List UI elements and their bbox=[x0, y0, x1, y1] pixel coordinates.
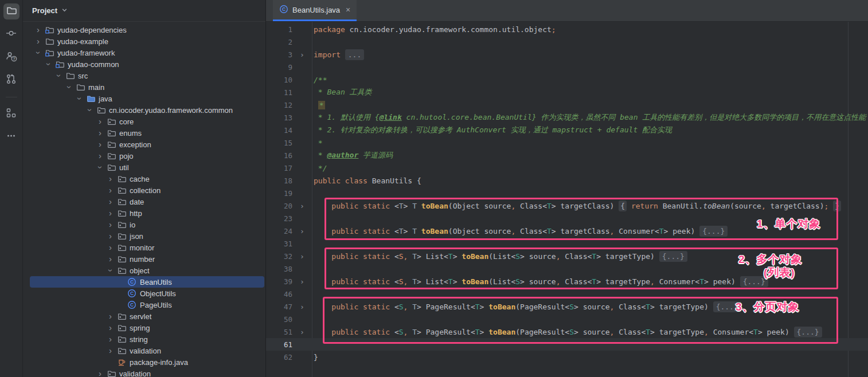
tree-row-enums[interactable]: ›enums bbox=[23, 127, 265, 139]
chevron-collapsed-icon[interactable]: › bbox=[94, 127, 106, 139]
code-line-9[interactable]: 9 bbox=[266, 61, 868, 73]
code-line-16[interactable]: 16 * @author 芋道源码 bbox=[266, 149, 868, 162]
pull-requests-tool-button[interactable] bbox=[3, 72, 19, 88]
tree-row-package-info-java[interactable]: package-info.java bbox=[23, 356, 265, 368]
chevron-collapsed-icon[interactable]: › bbox=[104, 253, 116, 265]
tree-row-pageutils[interactable]: CPageUtils bbox=[23, 299, 265, 311]
code-line-12[interactable]: 12 * bbox=[266, 99, 868, 111]
chevron-collapsed-icon[interactable]: › bbox=[104, 311, 116, 322]
tree-row-spring[interactable]: ›spring bbox=[23, 322, 265, 333]
tree-row-validation[interactable]: ›validation bbox=[23, 345, 265, 356]
tree-row-objectutils[interactable]: CObjectUtils bbox=[23, 288, 265, 299]
chevron-collapsed-icon[interactable]: › bbox=[94, 368, 106, 377]
tree-row-http[interactable]: ›http bbox=[23, 207, 265, 219]
fold-arrow-icon[interactable]: › bbox=[292, 303, 312, 311]
tree-row-number[interactable]: ›number bbox=[23, 253, 265, 265]
structure-tool-button[interactable] bbox=[3, 106, 19, 122]
tree-row-collection[interactable]: ›collection bbox=[23, 184, 265, 196]
tree-row-src[interactable]: ›src bbox=[23, 70, 265, 81]
tree-row-monitor[interactable]: ›monitor bbox=[23, 242, 265, 253]
tree-row-servlet[interactable]: ›servlet bbox=[23, 311, 265, 322]
chevron-collapsed-icon[interactable]: › bbox=[104, 345, 116, 356]
code-line-20[interactable]: 20› public static <T> T toBean(Object so… bbox=[266, 199, 868, 212]
fold-arrow-icon[interactable]: › bbox=[292, 202, 312, 210]
chevron-expanded-icon[interactable]: › bbox=[64, 81, 75, 93]
code-line-3[interactable]: 3›import ... bbox=[266, 48, 868, 61]
tree-row-yudao-example[interactable]: ›yudao-example bbox=[23, 36, 265, 47]
code-line-62[interactable]: 62} bbox=[266, 351, 868, 363]
tree-row-pojo[interactable]: ›pojo bbox=[23, 150, 265, 162]
chevron-collapsed-icon[interactable]: › bbox=[104, 219, 116, 230]
code-line-1[interactable]: 1package cn.iocoder.yudao.framework.comm… bbox=[266, 23, 868, 36]
tab-beanutils-java[interactable]: C BeanUtils.java × bbox=[273, 0, 357, 21]
tree-row-java[interactable]: ›java bbox=[23, 93, 265, 104]
chevron-collapsed-icon[interactable]: › bbox=[32, 36, 44, 47]
tree-row-object[interactable]: ›object bbox=[23, 265, 265, 276]
tree-row-cache[interactable]: ›cache bbox=[23, 173, 265, 184]
code-line-10[interactable]: 10/** bbox=[266, 73, 868, 86]
chevron-expanded-icon[interactable]: › bbox=[74, 93, 85, 105]
close-icon[interactable]: × bbox=[346, 6, 350, 14]
code-line-31[interactable]: 31 bbox=[266, 237, 868, 250]
fold-arrow-icon[interactable]: › bbox=[292, 328, 312, 336]
fold-arrow-icon[interactable]: › bbox=[292, 50, 312, 59]
tree-row-beanutils[interactable]: CBeanUtils bbox=[23, 276, 265, 288]
chevron-expanded-icon[interactable]: › bbox=[84, 104, 96, 116]
chevron-collapsed-icon[interactable]: › bbox=[94, 139, 106, 150]
line-number: 62 bbox=[266, 353, 292, 362]
code-line-18[interactable]: 18public class BeanUtils { bbox=[266, 174, 868, 187]
tree-row-util[interactable]: ›util bbox=[23, 162, 265, 173]
chevron-expanded-icon[interactable]: › bbox=[53, 70, 65, 82]
code-line-19[interactable]: 19 bbox=[266, 187, 868, 199]
commit-tool-button[interactable] bbox=[3, 26, 19, 42]
line-number: 3 bbox=[266, 50, 292, 59]
tree-row-main[interactable]: ›main bbox=[23, 81, 265, 93]
tree-row-date[interactable]: ›date bbox=[23, 196, 265, 207]
tree-row-yudao-framework[interactable]: ›yudao-framework bbox=[23, 47, 265, 58]
chevron-collapsed-icon[interactable]: › bbox=[94, 150, 106, 162]
fold-arrow-icon[interactable]: › bbox=[292, 277, 312, 286]
tree-row-exception[interactable]: ›exception bbox=[23, 139, 265, 150]
tree-row-json[interactable]: ›json bbox=[23, 230, 265, 242]
code-line-50[interactable]: 50 bbox=[266, 313, 868, 325]
tree-row-core[interactable]: ›core bbox=[23, 116, 265, 127]
code-line-15[interactable]: 15 * bbox=[266, 136, 868, 149]
fold-arrow-icon[interactable]: › bbox=[292, 227, 312, 235]
tree-row-yudao-dependencies[interactable]: ›yudao-dependencies bbox=[23, 24, 265, 36]
code-line-11[interactable]: 11 * Bean 工具类 bbox=[266, 86, 868, 99]
line-number: 10 bbox=[266, 76, 292, 84]
chevron-collapsed-icon[interactable]: › bbox=[104, 333, 116, 345]
code-line-61[interactable]: 61 bbox=[266, 338, 868, 351]
code-line-13[interactable]: 13 * 1. 默认使用 {@link cn.hutool.core.bean.… bbox=[266, 111, 868, 124]
code-line-51[interactable]: 51› public static <S, T> PageResult<T> t… bbox=[266, 325, 868, 338]
code-line-2[interactable]: 2 bbox=[266, 36, 868, 48]
chevron-collapsed-icon[interactable]: › bbox=[104, 184, 116, 196]
code-line-17[interactable]: 17 */ bbox=[266, 162, 868, 174]
chevron-down-icon[interactable] bbox=[61, 6, 68, 15]
tree-row-io[interactable]: ›io bbox=[23, 219, 265, 230]
fold-arrow-icon[interactable]: › bbox=[292, 252, 312, 261]
tree-row-cn-iocoder-yudao-framework-common[interactable]: ›cn.iocoder.yudao.framework.common bbox=[23, 104, 265, 116]
project-tool-button[interactable] bbox=[3, 3, 19, 19]
tree-row-string[interactable]: ›string bbox=[23, 333, 265, 345]
chevron-expanded-icon[interactable]: › bbox=[33, 47, 44, 59]
code-line-14[interactable]: 14 * 2. 针对复杂的对象转换，可以搜参考 AuthConvert 实现，通… bbox=[266, 124, 868, 136]
collaboration-tool-button[interactable]: ? bbox=[3, 49, 19, 65]
tree-item-label: json bbox=[130, 232, 143, 241]
package-icon bbox=[116, 198, 127, 206]
chevron-collapsed-icon[interactable]: › bbox=[104, 322, 116, 333]
chevron-collapsed-icon[interactable]: › bbox=[94, 116, 106, 127]
chevron-expanded-icon[interactable]: › bbox=[95, 162, 106, 174]
chevron-collapsed-icon[interactable]: › bbox=[104, 207, 116, 219]
chevron-expanded-icon[interactable]: › bbox=[105, 265, 116, 277]
chevron-expanded-icon[interactable]: › bbox=[43, 58, 54, 70]
tree-row-validation[interactable]: ›validation bbox=[23, 368, 265, 377]
more-tool-windows-tool-button[interactable] bbox=[3, 129, 19, 145]
chevron-collapsed-icon[interactable]: › bbox=[32, 24, 44, 36]
tree-row-yudao-common[interactable]: ›yudao-common bbox=[23, 58, 265, 70]
chevron-collapsed-icon[interactable]: › bbox=[104, 173, 116, 184]
chevron-collapsed-icon[interactable]: › bbox=[104, 242, 116, 253]
chevron-collapsed-icon[interactable]: › bbox=[104, 196, 116, 207]
chevron-collapsed-icon[interactable]: › bbox=[104, 230, 116, 242]
code-line-46[interactable]: 46 bbox=[266, 288, 868, 300]
